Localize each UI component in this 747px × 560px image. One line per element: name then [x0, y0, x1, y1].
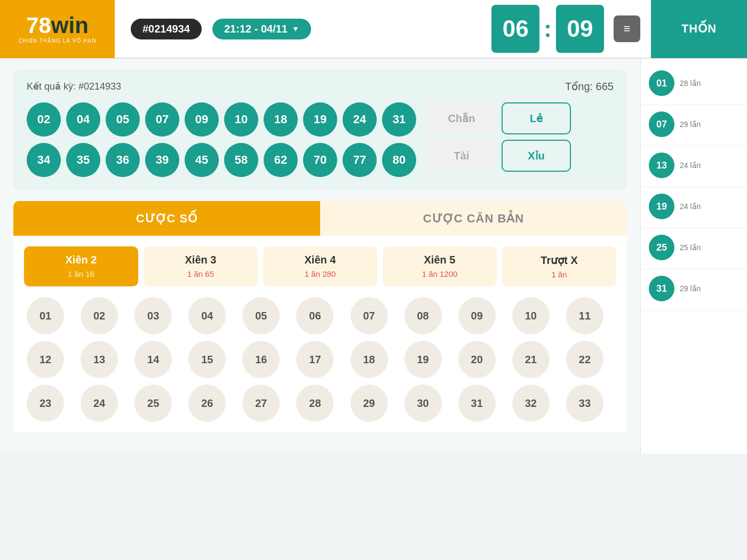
menu-button[interactable]: ≡ [614, 15, 640, 42]
tai-button[interactable]: Tài [427, 140, 496, 172]
grid-number[interactable]: 22 [566, 341, 603, 378]
grid-number[interactable]: 05 [242, 297, 280, 334]
grid-number[interactable]: 01 [27, 297, 64, 334]
result-ball: 18 [264, 102, 298, 137]
grid-number[interactable]: 06 [296, 297, 333, 334]
dropdown-arrow-icon: ▼ [292, 25, 299, 33]
sidebar-item: 19 24 lần [641, 187, 747, 228]
result-ball: 07 [145, 102, 179, 137]
xien-odds: 1 ăn 65 [149, 269, 252, 278]
grid-number[interactable]: 16 [242, 341, 280, 378]
date-badge[interactable]: 21:12 - 04/11 ▼ [212, 19, 311, 39]
grid-number[interactable]: 23 [27, 385, 64, 422]
xien-item[interactable]: Xiên 51 ăn 1200 [383, 246, 497, 286]
sidebar-lan: 24 lần [680, 202, 701, 211]
result-ball: 31 [382, 102, 416, 137]
logo-box: 78win CHIẾN THẮNG LÀ VÔ HẠN [0, 0, 115, 58]
grid-number[interactable]: 04 [188, 297, 226, 334]
grid-number[interactable]: 18 [351, 341, 388, 378]
sidebar-num-row: 25 25 lần [649, 235, 701, 260]
tab-cuoc-so[interactable]: CƯỢC SỐ [13, 201, 320, 236]
sidebar-item: 07 29 lần [641, 105, 747, 146]
sidebar-ball: 25 [649, 235, 674, 260]
grid-number[interactable]: 08 [404, 297, 442, 334]
number-row-2: 34353639455862707780 [27, 143, 416, 177]
grid-number[interactable]: 02 [81, 297, 118, 334]
tabs-section: CƯỢC SỐ CƯỢC CĂN BẢN [13, 201, 627, 236]
grid-number[interactable]: 11 [566, 297, 603, 334]
left-panel: Kết quả kỳ: #0214933 Tổng: 665 020405070… [0, 59, 640, 454]
result-ball: 70 [303, 143, 337, 177]
result-ball: 36 [106, 143, 140, 177]
result-ball: 77 [343, 143, 377, 177]
sidebar-lan: 29 lần [680, 120, 701, 129]
timer-section: 06 : 09 ≡ [491, 5, 651, 53]
grid-number[interactable]: 25 [134, 385, 172, 422]
sidebar-num-row: 01 28 lần [649, 70, 701, 96]
sidebar-lan: 24 lần [680, 161, 701, 170]
sidebar-item: 01 28 lần [641, 64, 747, 105]
main-content: Kết quả kỳ: #0214933 Tổng: 665 020405070… [0, 59, 747, 454]
grid-number[interactable]: 24 [81, 385, 118, 422]
grid-number[interactable]: 17 [296, 341, 333, 378]
xien-name: Xiên 5 [388, 254, 491, 266]
grid-number[interactable]: 20 [458, 341, 496, 378]
result-ball: 02 [27, 102, 61, 137]
grid-number[interactable]: 14 [134, 341, 172, 378]
thong-button[interactable]: THỐN [651, 0, 747, 58]
xien-item[interactable]: Xiên 21 ăn 16 [24, 246, 138, 286]
tong-label: Tổng: 665 [565, 80, 614, 93]
xien-item[interactable]: Xiên 31 ăn 65 [144, 246, 258, 286]
timer-seconds: 09 [556, 5, 604, 53]
le-button[interactable]: Lẻ [502, 102, 571, 134]
xien-odds: 1 ăn 280 [268, 269, 372, 278]
timer-colon: : [544, 15, 552, 42]
grid-number[interactable]: 21 [512, 341, 550, 378]
sidebar-ball: 07 [649, 111, 674, 137]
result-ball: 05 [106, 102, 140, 137]
result-ball: 04 [66, 102, 100, 137]
grid-number[interactable]: 12 [27, 341, 64, 378]
header-center: #0214934 21:12 - 04/11 ▼ [115, 19, 491, 39]
xien-name: Xiên 4 [268, 254, 372, 266]
logo-title: 78win [26, 14, 89, 37]
grid-number[interactable]: 33 [566, 385, 603, 422]
sidebar-lan: 25 lần [680, 243, 701, 252]
result-ball: 35 [66, 143, 100, 177]
grid-number[interactable]: 27 [242, 385, 280, 422]
result-ball: 45 [185, 143, 219, 177]
result-ball: 80 [382, 143, 416, 177]
result-ball: 19 [303, 102, 337, 137]
xien-odds: 1 ăn [507, 270, 611, 279]
xiu-button[interactable]: Xỉu [502, 140, 571, 172]
grid-number[interactable]: 32 [512, 385, 550, 422]
grid-number[interactable]: 30 [404, 385, 442, 422]
result-ball: 62 [264, 143, 298, 177]
chan-button[interactable]: Chẵn [427, 102, 496, 134]
grid-number[interactable]: 13 [81, 341, 118, 378]
grid-number[interactable]: 10 [512, 297, 550, 334]
grid-number[interactable]: 09 [458, 297, 496, 334]
grid-number[interactable]: 29 [351, 385, 388, 422]
grid-number[interactable]: 26 [188, 385, 226, 422]
grid-number[interactable]: 19 [404, 341, 442, 378]
grid-number[interactable]: 15 [188, 341, 226, 378]
grid-number[interactable]: 03 [134, 297, 172, 334]
logo-subtitle: CHIẾN THẮNG LÀ VÔ HẠN [19, 38, 97, 44]
sidebar-ball: 31 [649, 276, 674, 301]
number-grid: 0102030405060708091011121314151617181920… [24, 297, 616, 422]
xien-item[interactable]: Xiên 41 ăn 280 [263, 246, 377, 286]
grid-number[interactable]: 31 [458, 385, 496, 422]
xien-row: Xiên 21 ăn 16Xiên 31 ăn 65Xiên 41 ăn 280… [24, 246, 616, 286]
tab-cuoc-can-ban[interactable]: CƯỢC CĂN BẢN [320, 201, 627, 236]
result-ball: 58 [224, 143, 258, 177]
chanle-grid: Chẵn Lẻ Tài Xỉu [427, 102, 571, 172]
grid-number[interactable]: 28 [296, 385, 333, 422]
sidebar-item: 13 24 lần [641, 146, 747, 187]
round-badge[interactable]: #0214934 [131, 19, 202, 39]
xien-odds: 1 ăn 16 [29, 269, 133, 278]
grid-number[interactable]: 07 [351, 297, 388, 334]
xien-item[interactable]: Trượt X1 ăn [502, 246, 616, 286]
sidebar-num-row: 13 24 lần [649, 153, 701, 178]
sidebar-item: 31 29 lần [641, 269, 747, 310]
